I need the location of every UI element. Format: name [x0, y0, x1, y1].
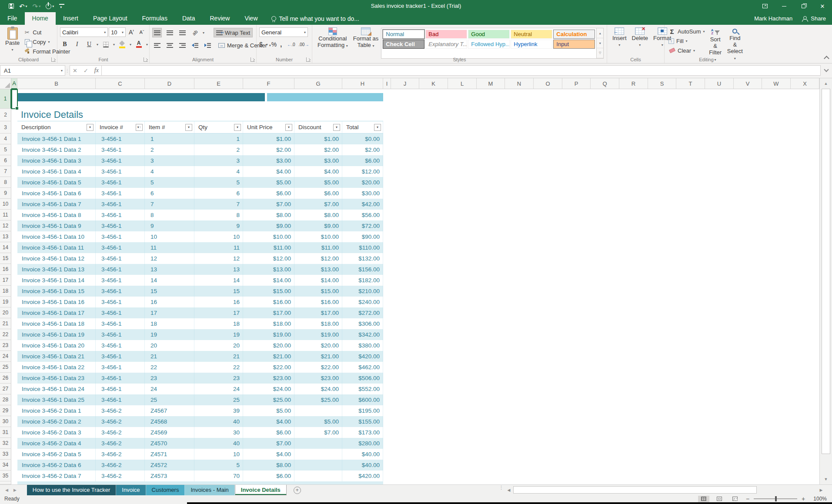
- table-cell[interactable]: $15.00: [294, 286, 342, 297]
- table-cell[interactable]: 11: [145, 242, 194, 253]
- cell-style-check-cell[interactable]: Check Cell: [383, 40, 424, 49]
- table-cell[interactable]: $155.00: [342, 416, 383, 427]
- table-cell[interactable]: 22: [194, 362, 243, 373]
- table-cell[interactable]: 3: [145, 155, 194, 166]
- table-cell[interactable]: $90.00: [342, 231, 383, 242]
- column-header-E[interactable]: E: [194, 78, 243, 89]
- middle-align-button[interactable]: [165, 28, 174, 37]
- table-cell[interactable]: $2.00: [243, 144, 294, 155]
- table-cell[interactable]: 70: [194, 471, 243, 481]
- table-cell[interactable]: $17.00: [243, 307, 294, 318]
- table-cell[interactable]: $6.00: [342, 155, 383, 166]
- vertical-scrollbar-thumb[interactable]: [822, 89, 830, 454]
- format-as-table-button[interactable]: Format asTable ▾: [351, 26, 381, 50]
- column-header-B[interactable]: B: [17, 78, 96, 89]
- table-cell[interactable]: 18: [194, 318, 243, 329]
- table-cell[interactable]: $40.00: [342, 449, 383, 460]
- row-header-6[interactable]: 6: [0, 155, 11, 166]
- table-cell[interactable]: $7.00: [294, 427, 342, 438]
- table-cell[interactable]: $16.00: [294, 297, 342, 307]
- table-row-31[interactable]: Invoice 3-456-2 Data 63-456-2Z45725$8.00…: [17, 460, 383, 471]
- table-cell[interactable]: $18.00: [294, 318, 342, 329]
- table-cell[interactable]: 7: [145, 199, 194, 210]
- horizontal-scrollbar[interactable]: ◀ ▶: [505, 486, 825, 494]
- row-header-26[interactable]: 26: [0, 373, 11, 384]
- scroll-up-icon[interactable]: ▲: [822, 80, 830, 87]
- table-cell[interactable]: Z4570: [145, 438, 194, 449]
- table-cell[interactable]: 40: [194, 416, 243, 427]
- ribbon-display-options-button[interactable]: [755, 0, 775, 12]
- horizontal-scrollbar-track[interactable]: [512, 486, 818, 494]
- table-cell[interactable]: 6: [145, 188, 194, 199]
- page-layout-view-button[interactable]: [714, 496, 725, 502]
- cell-style-bad[interactable]: Bad: [425, 30, 467, 39]
- menu-tab-view[interactable]: View: [237, 12, 265, 25]
- table-cell[interactable]: $13.00: [243, 264, 294, 275]
- table-cell[interactable]: $600.00: [342, 394, 383, 405]
- filter-button-discount[interactable]: ▾: [333, 124, 340, 131]
- table-cell[interactable]: 3-456-2: [96, 471, 145, 481]
- table-row-26[interactable]: Invoice 3-456-2 Data 13-456-2Z456739$5.0…: [17, 405, 383, 416]
- styles-scroll-up-button[interactable]: ▲: [597, 28, 603, 38]
- column-header-I[interactable]: I: [383, 78, 391, 89]
- table-cell[interactable]: Invoice 3-456-1 Data 20: [17, 340, 96, 351]
- table-cell[interactable]: 24: [145, 384, 194, 394]
- increase-decimal-button[interactable]: ←.0: [287, 42, 295, 47]
- table-row-19[interactable]: Invoice 3-456-1 Data 193-456-11919$19.00…: [17, 329, 383, 340]
- row-header-7[interactable]: 7: [0, 166, 11, 177]
- table-cell[interactable]: 12: [194, 253, 243, 264]
- column-header-P[interactable]: P: [562, 78, 591, 89]
- table-cell[interactable]: Z4568: [145, 416, 194, 427]
- table-cell[interactable]: 8: [194, 210, 243, 220]
- table-cell[interactable]: 5: [194, 177, 243, 188]
- increase-indent-button[interactable]: [203, 40, 212, 50]
- table-cell[interactable]: $420.00: [342, 351, 383, 362]
- wrap-text-button[interactable]: Wrap Text: [214, 28, 253, 37]
- table-cell[interactable]: [294, 449, 342, 460]
- align-right-button[interactable]: [177, 40, 187, 50]
- table-cell[interactable]: Invoice 3-456-2 Data 1: [17, 405, 96, 416]
- table-cell[interactable]: Invoice 3-456-2 Data 7: [17, 471, 96, 481]
- table-cell[interactable]: 13: [145, 264, 194, 275]
- column-header-T[interactable]: T: [676, 78, 705, 89]
- table-cell[interactable]: 6: [194, 188, 243, 199]
- zoom-slider[interactable]: [754, 498, 797, 499]
- table-cell[interactable]: $6.00: [243, 188, 294, 199]
- normal-view-button[interactable]: [698, 496, 709, 502]
- table-cell[interactable]: 17: [194, 307, 243, 318]
- table-row-8[interactable]: Invoice 3-456-1 Data 83-456-188$8.00$8.0…: [17, 210, 383, 220]
- table-cell[interactable]: Invoice 3-456-1 Data 12: [17, 253, 96, 264]
- table-row-27[interactable]: Invoice 3-456-2 Data 23-456-2Z456840$4.0…: [17, 416, 383, 427]
- table-cell[interactable]: 1: [145, 134, 194, 144]
- table-cell[interactable]: 4: [194, 166, 243, 177]
- table-cell[interactable]: $6.00: [243, 427, 294, 438]
- name-box-dropdown-icon[interactable]: ▾: [61, 69, 63, 73]
- table-cell[interactable]: $156.00: [342, 264, 383, 275]
- table-cell[interactable]: $306.00: [342, 318, 383, 329]
- table-cell[interactable]: 15: [145, 286, 194, 297]
- accounting-format-button[interactable]: $: [259, 41, 263, 48]
- fill-color-button[interactable]: [117, 40, 127, 49]
- zoom-slider-handle[interactable]: [775, 496, 777, 501]
- table-row-17[interactable]: Invoice 3-456-1 Data 173-456-11717$17.00…: [17, 307, 383, 318]
- menu-tab-insert[interactable]: Insert: [56, 12, 86, 25]
- table-cell[interactable]: $0.00: [342, 134, 383, 144]
- table-cell[interactable]: 16: [194, 297, 243, 307]
- increase-font-size-button[interactable]: Aʹ: [127, 27, 136, 37]
- table-cell[interactable]: $3.00: [294, 155, 342, 166]
- row-header-12[interactable]: 12: [0, 220, 11, 231]
- table-cell[interactable]: Z4573: [145, 471, 194, 481]
- table-cell[interactable]: $9.00: [294, 220, 342, 231]
- table-cell[interactable]: Z4572: [145, 460, 194, 471]
- insert-function-icon[interactable]: fx: [94, 67, 99, 74]
- zoom-in-button[interactable]: +: [801, 495, 806, 502]
- filter-button-qty[interactable]: ▾: [234, 124, 241, 131]
- table-cell[interactable]: 25: [145, 394, 194, 405]
- select-all-corner[interactable]: [0, 78, 11, 89]
- table-row-24[interactable]: Invoice 3-456-1 Data 243-456-12424$24.00…: [17, 384, 383, 394]
- table-cell[interactable]: $132.00: [342, 253, 383, 264]
- table-cell[interactable]: 24: [194, 384, 243, 394]
- orientation-button[interactable]: ab: [190, 28, 200, 37]
- confirm-entry-icon[interactable]: ✓: [84, 67, 88, 74]
- next-sheet-icon[interactable]: ▶: [13, 488, 17, 492]
